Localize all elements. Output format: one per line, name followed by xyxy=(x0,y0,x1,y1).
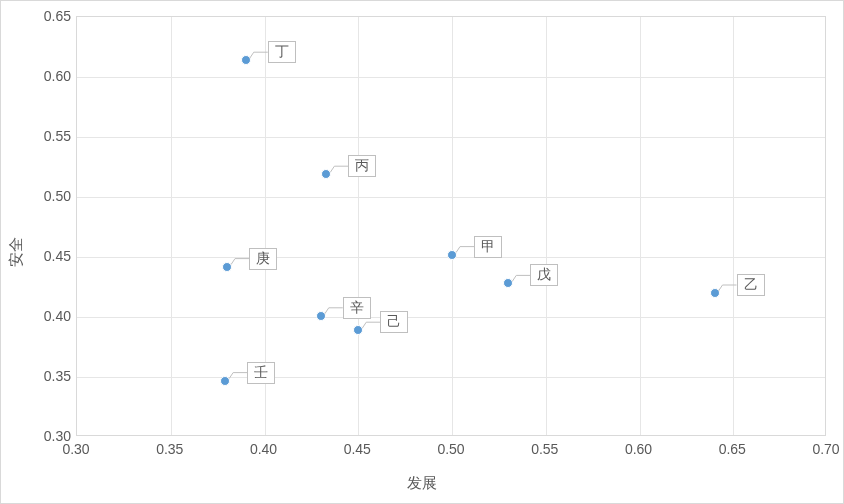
y-tick-label: 0.50 xyxy=(39,188,71,204)
gridline-v xyxy=(640,17,641,435)
y-tick-label: 0.30 xyxy=(39,428,71,444)
y-tick-label: 0.35 xyxy=(39,368,71,384)
x-tick-label: 0.65 xyxy=(719,441,746,457)
data-label: 乙 xyxy=(737,274,765,296)
y-axis-label: 安全 xyxy=(7,237,26,267)
data-point xyxy=(220,376,230,386)
data-point xyxy=(241,55,251,65)
data-label: 丙 xyxy=(348,155,376,177)
data-label: 己 xyxy=(380,311,408,333)
data-label: 丁 xyxy=(268,41,296,63)
gridline-h xyxy=(77,137,825,138)
y-tick-label: 0.55 xyxy=(39,128,71,144)
gridline-v xyxy=(546,17,547,435)
data-label: 庚 xyxy=(249,248,277,270)
x-tick-label: 0.45 xyxy=(344,441,371,457)
data-point xyxy=(222,262,232,272)
gridline-h xyxy=(77,197,825,198)
data-label: 壬 xyxy=(247,362,275,384)
gridline-v xyxy=(452,17,453,435)
data-point xyxy=(503,278,513,288)
gridline-h xyxy=(77,317,825,318)
x-tick-label: 0.55 xyxy=(531,441,558,457)
gridline-v xyxy=(171,17,172,435)
gridline-h xyxy=(77,377,825,378)
data-point xyxy=(321,169,331,179)
data-label: 戊 xyxy=(530,264,558,286)
x-tick-label: 0.40 xyxy=(250,441,277,457)
x-axis-label: 发展 xyxy=(407,474,437,493)
gridline-v xyxy=(733,17,734,435)
y-tick-label: 0.45 xyxy=(39,248,71,264)
data-point xyxy=(316,311,326,321)
plot-area: 甲乙丙丁戊己庚辛壬 xyxy=(76,16,826,436)
data-point xyxy=(353,325,363,335)
y-tick-label: 0.40 xyxy=(39,308,71,324)
data-label: 甲 xyxy=(474,236,502,258)
data-point xyxy=(710,288,720,298)
chart-container: 安全 发展 甲乙丙丁戊己庚辛壬 0.300.350.400.450.500.55… xyxy=(0,0,844,504)
gridline-v xyxy=(358,17,359,435)
x-tick-label: 0.35 xyxy=(156,441,183,457)
y-tick-label: 0.65 xyxy=(39,8,71,24)
y-tick-label: 0.60 xyxy=(39,68,71,84)
x-tick-label: 0.50 xyxy=(437,441,464,457)
x-tick-label: 0.60 xyxy=(625,441,652,457)
x-tick-label: 0.70 xyxy=(812,441,839,457)
gridline-h xyxy=(77,77,825,78)
data-point xyxy=(447,250,457,260)
data-label: 辛 xyxy=(343,297,371,319)
